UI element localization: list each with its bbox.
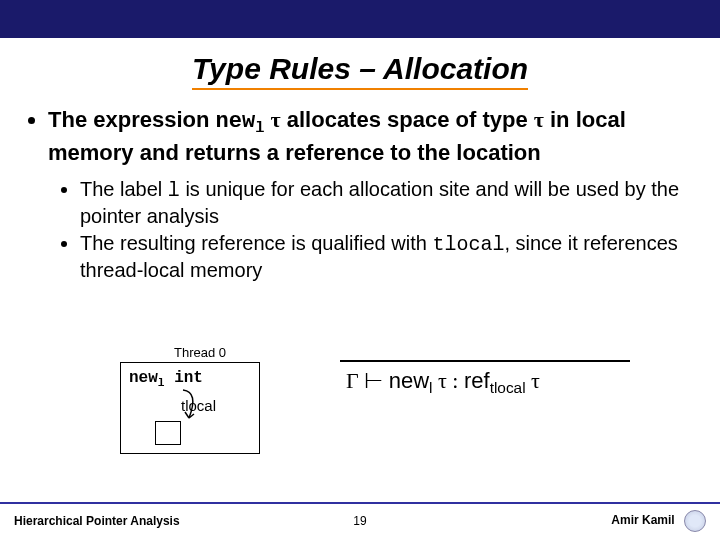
arrow-icon <box>181 388 211 428</box>
rule-conclusion: Γ ⊢ newl τ : reftlocal τ <box>340 368 630 397</box>
text: The resulting reference is qualified wit… <box>80 232 432 254</box>
tau: τ <box>531 368 540 393</box>
colon: : <box>447 368 464 393</box>
tau: τ <box>271 107 281 132</box>
text: allocates space of type <box>281 107 534 132</box>
footer-right-wrap: Amir Kamil <box>611 510 706 532</box>
gamma: Γ <box>346 368 359 393</box>
text: new <box>129 369 158 387</box>
thread-label: Thread 0 <box>120 345 280 360</box>
subscript: l <box>255 119 264 137</box>
tau: τ <box>534 107 544 132</box>
memory-cell <box>155 421 181 445</box>
thread-box: newl int tlocal <box>120 362 260 454</box>
type-rule: Γ ⊢ newl τ : reftlocal τ <box>340 360 630 397</box>
subscript: l <box>429 379 432 396</box>
footer-left: Hierarchical Pointer Analysis <box>14 514 180 528</box>
content-area: The expression newl τ allocates space of… <box>0 90 720 284</box>
text: int <box>165 369 203 387</box>
tau: τ <box>438 368 447 393</box>
top-bar <box>0 0 720 38</box>
inference-line <box>340 360 630 362</box>
diagram-expression: newl int <box>129 369 203 389</box>
thread-diagram: Thread 0 newl int tlocal <box>120 345 280 454</box>
page-number: 19 <box>353 514 366 528</box>
sub-bullet-1: The label l is unique for each allocatio… <box>80 177 698 229</box>
sub-bullet-2: The resulting reference is qualified wit… <box>80 231 698 283</box>
code-new: newl <box>216 109 265 134</box>
turnstile: ⊢ <box>359 368 389 393</box>
subscript: l <box>158 377 165 389</box>
footer: Hierarchical Pointer Analysis 19 Amir Ka… <box>0 502 720 540</box>
author-name: Amir Kamil <box>611 513 674 527</box>
ref-kw: ref <box>464 368 490 393</box>
new-kw: new <box>389 368 429 393</box>
code: tlocal <box>432 233 504 256</box>
text: The label <box>80 178 168 200</box>
code: l <box>168 179 180 202</box>
slide-title: Type Rules – Allocation <box>192 52 528 90</box>
subscript: tlocal <box>490 379 526 396</box>
text: The expression <box>48 107 216 132</box>
main-bullet: The expression newl τ allocates space of… <box>48 106 698 284</box>
text: new <box>216 109 256 134</box>
seal-icon <box>684 510 706 532</box>
